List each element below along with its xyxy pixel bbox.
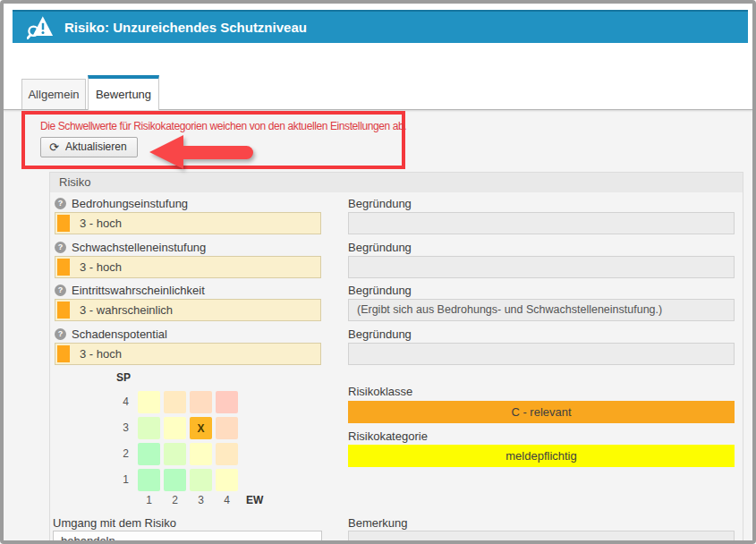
field-label-schwachstelleneinstufung: Schwachstelleneinstufung xyxy=(72,241,206,254)
matrix-row-labels: 4321 xyxy=(111,391,129,491)
page-title: Risiko: Unzureichendes Schutzniveau xyxy=(64,20,307,35)
tab-allgemein-label: Allgemein xyxy=(28,88,79,101)
matrix-cell[interactable] xyxy=(164,469,186,491)
matrix-cell[interactable] xyxy=(216,469,238,491)
refresh-icon: ⟳ xyxy=(49,141,59,153)
arrow-tail xyxy=(183,146,253,159)
matrix-cell[interactable] xyxy=(190,469,212,491)
field-label-eintrittswahrscheinlichkeit: Eintrittswahrscheinlichkeit xyxy=(72,284,205,297)
red-arrow-annotation xyxy=(149,135,253,169)
schadenspotential-begruendung-input[interactable] xyxy=(348,343,735,365)
matrix-cell[interactable] xyxy=(164,417,186,439)
aktualisieren-button[interactable]: ⟳ Aktualisieren xyxy=(40,137,138,157)
arrow-head xyxy=(149,135,183,169)
matrix-cell[interactable] xyxy=(164,443,186,465)
bedrohungseinstufung-select[interactable]: 3 - hoch xyxy=(55,212,321,234)
title-bar: Risiko: Unzureichendes Schutzniveau xyxy=(13,10,748,43)
help-icon[interactable]: ? xyxy=(55,198,66,209)
matrix-cell[interactable] xyxy=(190,391,212,413)
reason-label: Begründung xyxy=(348,284,412,297)
risikokategorie-value-bar: meldepflichtig xyxy=(348,445,735,467)
eintrittswahrscheinlichkeit-select[interactable]: 3 - wahrscheinlich xyxy=(55,299,321,321)
risikokategorie-label: Risikokategorie xyxy=(348,429,428,443)
reason-label: Begründung xyxy=(348,197,412,210)
risk-warning-search-icon xyxy=(27,15,54,39)
matrix-col-label: 2 xyxy=(164,494,186,506)
risikoklasse-label: Risikoklasse xyxy=(348,385,412,398)
schwachstelleneinstufung-select[interactable]: 3 - hoch xyxy=(55,256,321,278)
tab-bewertung-label: Bewertung xyxy=(96,88,151,101)
bemerkung-label: Bemerkung xyxy=(348,516,407,530)
matrix-cell[interactable] xyxy=(216,417,238,439)
matrix-row-label: 1 xyxy=(111,469,129,491)
matrix-col-label: 1 xyxy=(138,494,160,506)
section-header: Risiko xyxy=(50,173,743,192)
matrix-col-label: 3 xyxy=(190,494,212,506)
field-label-bedrohungseinstufung: Bedrohungseinstufung xyxy=(72,197,188,210)
matrix-row-label: 2 xyxy=(111,443,129,465)
eintrittswahrscheinlichkeit-value: 3 - wahrscheinlich xyxy=(80,303,173,317)
risiko-panel: Risiko ? Bedrohungseinstufung 3 - hoch B… xyxy=(49,172,743,540)
eintritt-begruendung-field: (Ergibt sich aus Bedrohungs- und Schwach… xyxy=(348,299,735,321)
matrix-cell[interactable] xyxy=(138,469,160,491)
umgang-select[interactable]: behandeln xyxy=(53,531,322,540)
schadenspotential-select[interactable]: 3 - hoch xyxy=(55,343,321,365)
window-frame: Risiko: Unzureichendes Schutzniveau Allg… xyxy=(0,0,756,544)
matrix-y-axis-label: SP xyxy=(116,371,131,384)
reason-label: Begründung xyxy=(348,327,412,341)
tab-allgemein[interactable]: Allgemein xyxy=(21,79,86,109)
matrix-cell[interactable] xyxy=(216,443,238,465)
help-icon[interactable]: ? xyxy=(55,242,66,253)
matrix-cell[interactable] xyxy=(138,391,160,413)
risikoklasse-value-bar: C - relevant xyxy=(348,401,735,423)
matrix-col-labels: 1234 xyxy=(138,494,238,506)
schadenspotential-value: 3 - hoch xyxy=(80,347,122,361)
bedrohungseinstufung-value: 3 - hoch xyxy=(80,217,122,230)
aktualisieren-button-label: Aktualisieren xyxy=(65,140,127,153)
bedrohung-begruendung-input[interactable] xyxy=(348,212,735,234)
matrix-col-label: 4 xyxy=(216,494,238,506)
rating-color-chip xyxy=(57,259,70,276)
schwachstelleneinstufung-value: 3 - hoch xyxy=(80,260,122,274)
schwachstellen-begruendung-input[interactable] xyxy=(348,256,735,278)
rating-color-chip xyxy=(57,302,70,319)
rating-color-chip xyxy=(57,345,70,362)
rating-color-chip xyxy=(57,215,70,232)
matrix-cell[interactable] xyxy=(138,443,160,465)
matrix-cell[interactable] xyxy=(138,417,160,439)
tab-bewertung[interactable]: Bewertung xyxy=(88,75,159,110)
help-icon[interactable]: ? xyxy=(55,285,66,296)
matrix-row-label: 4 xyxy=(111,391,129,413)
bemerkung-input[interactable] xyxy=(348,531,735,540)
matrix-cell[interactable] xyxy=(190,443,212,465)
warning-message: Die Schwellwerte für Risikokategorien we… xyxy=(40,120,402,132)
matrix-row-label: 3 xyxy=(111,417,129,439)
matrix-cell[interactable] xyxy=(216,391,238,413)
matrix-cell[interactable] xyxy=(164,391,186,413)
umgang-label: Umgang mit dem Risiko xyxy=(53,516,176,530)
risk-matrix-grid: X xyxy=(138,391,238,491)
reason-label: Begründung xyxy=(348,241,412,254)
field-label-schadenspotential: Schadenspotential xyxy=(72,327,167,341)
help-icon[interactable]: ? xyxy=(55,328,66,340)
matrix-x-axis-label: EW xyxy=(246,494,263,506)
matrix-cell[interactable]: X xyxy=(190,417,212,439)
